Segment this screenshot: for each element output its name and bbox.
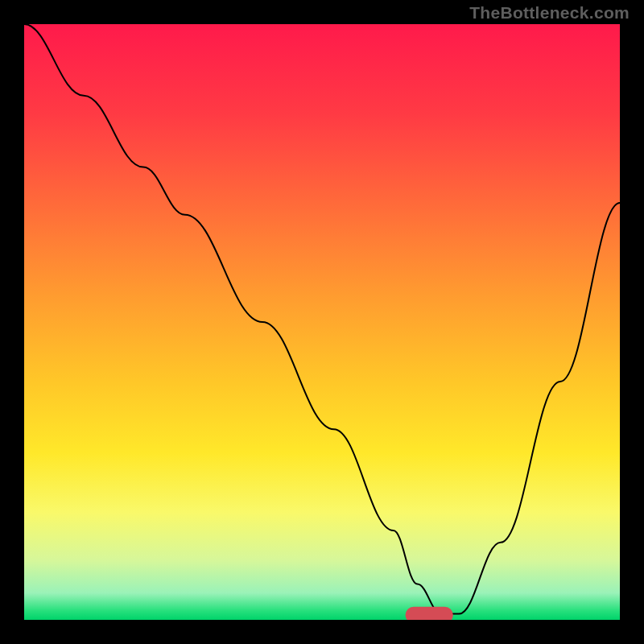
- watermark-text: TheBottleneck.com: [469, 3, 630, 23]
- chart-frame: TheBottleneck.com: [0, 0, 644, 644]
- optimal-range-marker: [406, 607, 453, 620]
- bottleneck-chart: [24, 24, 620, 620]
- plot-background: [24, 24, 620, 620]
